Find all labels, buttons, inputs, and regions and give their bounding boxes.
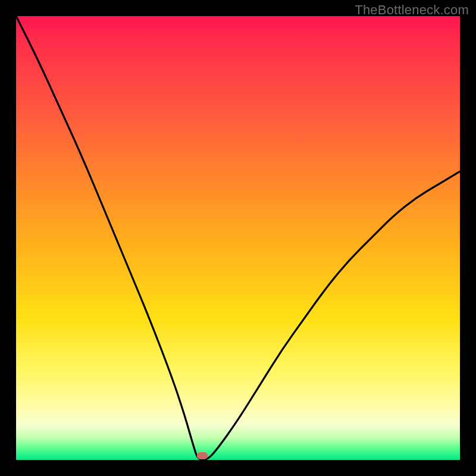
plot-area bbox=[16, 16, 460, 460]
chart-frame: TheBottleneck.com bbox=[0, 0, 476, 476]
bottleneck-curve bbox=[16, 16, 460, 460]
optimal-marker bbox=[197, 452, 208, 459]
